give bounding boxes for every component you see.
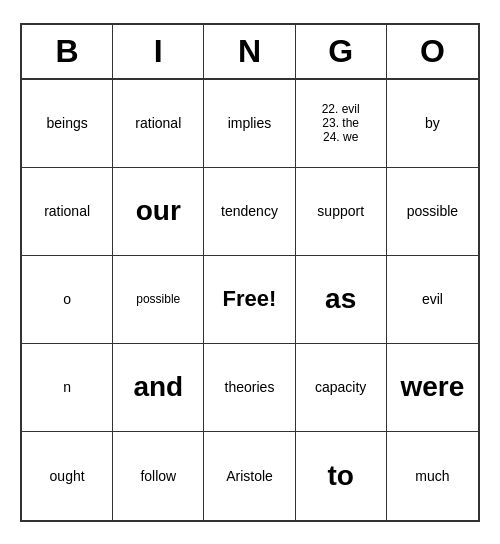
header-letter: I bbox=[113, 25, 204, 78]
bingo-cell: follow bbox=[113, 432, 204, 520]
header-letter: N bbox=[204, 25, 295, 78]
bingo-cell: tendency bbox=[204, 168, 295, 256]
bingo-cell: as bbox=[296, 256, 387, 344]
bingo-cell: our bbox=[113, 168, 204, 256]
bingo-grid: beingsrationalimplies22. evil 23. the 24… bbox=[22, 80, 478, 520]
bingo-cell: o bbox=[22, 256, 113, 344]
bingo-cell: implies bbox=[204, 80, 295, 168]
bingo-card: BINGO beingsrationalimplies22. evil 23. … bbox=[20, 23, 480, 522]
bingo-cell: n bbox=[22, 344, 113, 432]
bingo-cell: possible bbox=[113, 256, 204, 344]
bingo-cell: much bbox=[387, 432, 478, 520]
bingo-cell: theories bbox=[204, 344, 295, 432]
bingo-header: BINGO bbox=[22, 25, 478, 80]
bingo-cell: beings bbox=[22, 80, 113, 168]
bingo-cell: Aristole bbox=[204, 432, 295, 520]
bingo-cell: possible bbox=[387, 168, 478, 256]
bingo-cell: ought bbox=[22, 432, 113, 520]
bingo-cell: by bbox=[387, 80, 478, 168]
bingo-cell: support bbox=[296, 168, 387, 256]
header-letter: B bbox=[22, 25, 113, 78]
bingo-cell: 22. evil 23. the 24. we bbox=[296, 80, 387, 168]
bingo-cell: were bbox=[387, 344, 478, 432]
bingo-cell: evil bbox=[387, 256, 478, 344]
header-letter: O bbox=[387, 25, 478, 78]
bingo-cell: Free! bbox=[204, 256, 295, 344]
header-letter: G bbox=[296, 25, 387, 78]
bingo-cell: rational bbox=[22, 168, 113, 256]
bingo-cell: and bbox=[113, 344, 204, 432]
bingo-cell: rational bbox=[113, 80, 204, 168]
bingo-cell: capacity bbox=[296, 344, 387, 432]
bingo-cell: to bbox=[296, 432, 387, 520]
